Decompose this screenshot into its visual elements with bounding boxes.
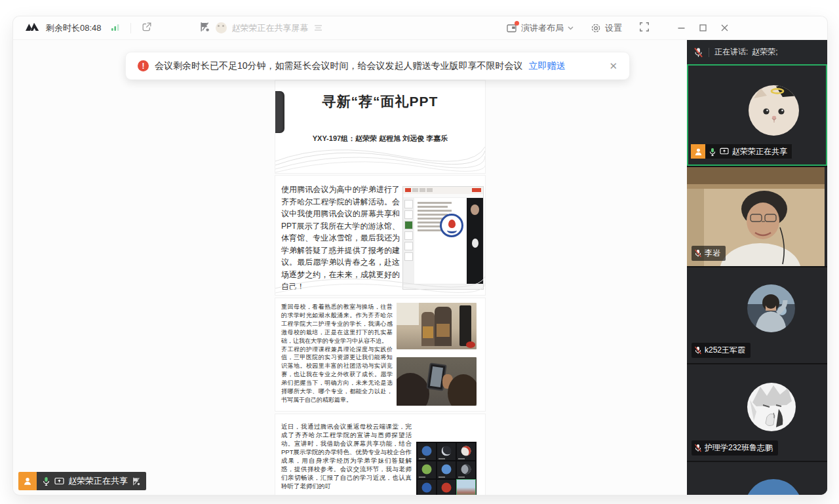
video-tile-partial[interactable] <box>687 462 827 495</box>
banner-close-icon[interactable]: ✕ <box>609 61 617 71</box>
mic-on-icon <box>42 476 50 486</box>
host-badge-icon <box>18 472 37 490</box>
phone-watching-photo-image <box>397 357 477 406</box>
meeting-grid-screenshot-image <box>416 442 477 495</box>
shared-document: 寻新“荐“面礼PPT YXY-197组：赵荣荣 赵程旭 刘远俊 李嘉乐 使用腾讯… <box>275 81 485 495</box>
video-tile-luzhipeng[interactable]: 护理学232班鲁志鹏 <box>687 364 827 461</box>
anime-sketch-avatar-image <box>747 383 796 434</box>
layout-button-label: 演讲者布局 <box>521 22 564 34</box>
close-button[interactable] <box>720 24 729 32</box>
doc-alma-mater-p2: 齐工程的护理课程兼具理论深度与实践价值，三甲医院的实习资源更让我们能将知识落地。… <box>281 345 393 404</box>
speaking-label: 正在讲话: <box>714 47 748 58</box>
divider <box>709 48 709 57</box>
maximize-button[interactable] <box>699 24 707 32</box>
shared-screen-area: ! 会议剩余时长已不足10分钟，如需延长会议时间，给会议发起人赠送专业版即享不限… <box>13 40 687 495</box>
speaking-header: 正在讲话: 赵荣荣; <box>687 40 827 64</box>
tile-name-label: k252王军霞 <box>705 345 745 356</box>
mic-muted-icon <box>693 47 703 58</box>
notification-dot <box>515 21 519 26</box>
mic-muted-icon <box>694 346 702 355</box>
video-tile-liyan[interactable]: 李岩 <box>687 167 827 266</box>
titlebar: 剩余时长08:48 赵荣荣正在共享屏幕 <box>13 16 827 40</box>
network-signal-icon <box>111 22 120 34</box>
doc-title-slide: 寻新“荐“面礼PPT YXY-197组：赵荣荣 赵程旭 刘远俊 李嘉乐 <box>275 81 485 173</box>
doc-alma-mater-p1: 重回母校，看着熟悉的教室与操场，往昔的求学时光如潮水般涌来。作为齐齐哈尔工程学院… <box>281 303 393 345</box>
wave-decoration <box>275 139 485 173</box>
host-badge-icon <box>691 144 705 159</box>
fullscreen-button[interactable] <box>639 22 650 35</box>
meeting-app-window: 剩余时长08:48 赵荣荣正在共享屏幕 <box>13 16 827 495</box>
mini-video-strip <box>467 198 483 284</box>
minimize-button[interactable] <box>677 24 686 32</box>
doc-section-meeting-text: 使用腾讯会议为高中的学弟进行了齐齐哈尔工程学院的讲解活动。会议中我使用腾讯会议的… <box>281 184 400 295</box>
mic-on-icon <box>709 147 716 156</box>
doc-cloud-class-text: 近日，我通过腾讯会议重返母校云端课堂，完成了齐齐哈尔工程学院的宣讲与恩师探望活动… <box>281 422 412 495</box>
school-emblem-image <box>440 214 463 237</box>
banner-message: 会议剩余时长已不足10分钟，如需延长会议时间，给会议发起人赠送专业版即享不限时会… <box>155 60 523 72</box>
layout-icon <box>506 23 517 33</box>
gear-icon <box>591 23 601 33</box>
pop-out-share-icon[interactable] <box>142 22 152 35</box>
record-disabled-flag-icon <box>132 477 141 486</box>
wps-screenshot-image <box>402 186 484 290</box>
tile-name-label: 李岩 <box>705 248 720 259</box>
sharing-status-text: 赵荣荣正在共享屏幕 <box>232 22 309 34</box>
time-warning-banner: ! 会议剩余时长已不足10分钟，如需延长会议时间，给会议发起人赠送专业版即享不限… <box>126 52 629 79</box>
video-tile-zhaorongrong[interactable]: 赵荣荣正在共享 <box>687 64 827 166</box>
tencent-meeting-logo-icon <box>25 22 39 34</box>
alert-icon: ! <box>138 60 149 71</box>
classroom-photo-image <box>397 303 477 349</box>
tile-name-label: 赵荣荣正在共享 <box>732 146 787 157</box>
chevron-down-icon <box>568 26 574 30</box>
mic-muted-icon <box>694 249 702 258</box>
video-tile-wangjunxia[interactable]: k252王军霞 <box>687 267 827 363</box>
tile-name-label: 护理学232班鲁志鹏 <box>705 442 773 454</box>
partial-avatar-image <box>745 479 802 495</box>
mic-muted-icon <box>694 444 702 452</box>
doc-team-line: YXY-197组：赵荣荣 赵程旭 刘远俊 李嘉乐 <box>275 134 485 144</box>
gift-now-link[interactable]: 立即赠送 <box>529 60 566 72</box>
sharing-pill-text: 赵荣荣正在共享 <box>68 475 128 487</box>
speaking-name: 赵荣荣; <box>752 47 777 58</box>
divider <box>130 23 131 33</box>
sharer-avatar <box>216 22 227 33</box>
doc-section-alma-mater: 重回母校，看着熟悉的教室与操场，往昔的求学时光如潮水般涌来。作为齐齐哈尔工程学院… <box>275 298 485 411</box>
screen-share-icon <box>720 147 729 155</box>
remaining-time-label: 剩余时长08:48 <box>46 22 102 34</box>
settings-button-label: 设置 <box>605 22 622 34</box>
hoodie-avatar-image <box>747 284 795 335</box>
slide-tab-decoration <box>275 91 284 133</box>
doc-title: 寻新“荐“面礼PPT <box>275 81 485 111</box>
sharing-indicator-pill[interactable]: 赵荣荣正在共享 <box>18 472 146 490</box>
doc-section-cloud-class: 近日，我通过腾讯会议重返母校云端课堂，完成了齐齐哈尔工程学院的宣讲与恩师探望活动… <box>275 414 485 495</box>
screen-share-icon <box>54 477 64 486</box>
share-detail-list-icon[interactable] <box>314 22 322 34</box>
layout-switch-button[interactable]: 演讲者布局 <box>506 22 574 34</box>
cat-avatar-image <box>749 85 799 138</box>
settings-button[interactable]: 设置 <box>591 22 622 34</box>
doc-section-meeting: 使用腾讯会议为高中的学弟进行了齐齐哈尔工程学院的讲解活动。会议中我使用腾讯会议的… <box>275 176 485 295</box>
participants-sidebar: 正在讲话: 赵荣荣; <box>687 40 827 495</box>
recording-disabled-flag-icon[interactable] <box>199 22 210 35</box>
